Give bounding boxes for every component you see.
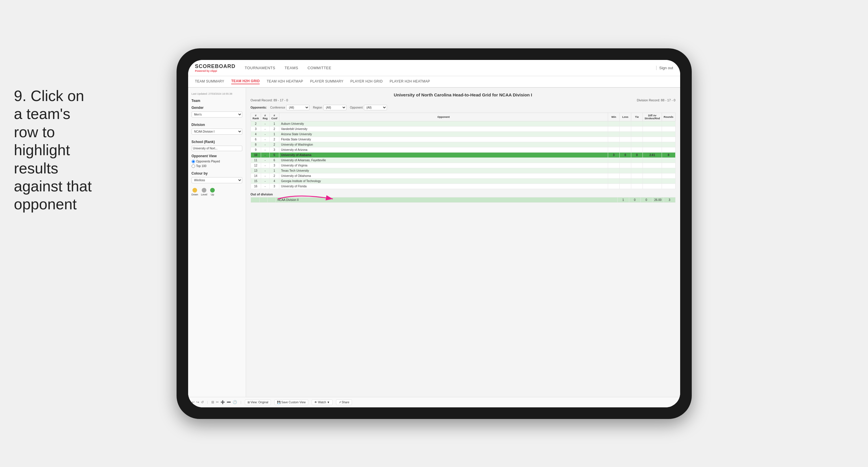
share-button[interactable]: ↗ Share	[336, 400, 352, 405]
nav-committee[interactable]: COMMITTEE	[307, 66, 332, 70]
toolbar: ↩ ↪ ↺ | ⊞ ✂ ➕ ➖ 🕐 | ⊞ View: Original 💾 S…	[188, 397, 680, 407]
crop-icon[interactable]: ✂	[216, 400, 219, 404]
col-rank: # Rank	[251, 113, 261, 121]
table-row[interactable]: 13-1Texas Tech University	[251, 168, 675, 173]
gender-label: Gender	[192, 106, 242, 110]
opponents-played-radio[interactable]: Opponents Played	[192, 160, 242, 163]
table-row[interactable]: 8-2University of Washington	[251, 142, 675, 147]
table-row[interactable]: 3-2Vanderbilt University	[251, 126, 675, 132]
table-row[interactable]: 12-3University of Virginia	[251, 163, 675, 168]
col-tie: Tie	[631, 113, 643, 121]
tab-player-h2h-grid[interactable]: PLAYER H2H GRID	[350, 79, 383, 84]
logo-area: SCOREBOARD Powered by clippi	[195, 63, 236, 72]
tab-player-summary[interactable]: PLAYER SUMMARY	[310, 79, 343, 84]
legend-down: Down	[192, 188, 198, 196]
out-division-win: 1	[617, 197, 629, 202]
opponents-filter-label: Opponents:	[251, 106, 267, 109]
team-label: Team	[192, 99, 242, 103]
gender-select[interactable]: Men's	[192, 112, 242, 118]
tab-team-summary[interactable]: TEAM SUMMARY	[195, 79, 224, 84]
table-header-row: # Rank # Reg # Conf Opponent Win Loss Ti…	[251, 113, 675, 121]
table-row[interactable]: 11-6University of Arkansas, Fayetteville	[251, 157, 675, 163]
out-of-division-label: Out of division	[251, 193, 676, 196]
watch-button[interactable]: 👁 Watch ▼	[312, 400, 332, 405]
col-win: Win	[608, 113, 619, 121]
sub-nav: TEAM SUMMARY TEAM H2H GRID TEAM H2H HEAT…	[188, 76, 680, 88]
up-dot	[210, 188, 215, 193]
clock-icon[interactable]: 🕐	[233, 400, 237, 404]
division-select[interactable]: NCAA Division I	[192, 128, 242, 135]
colour-by-label: Colour by	[192, 171, 242, 175]
tab-team-h2h-grid[interactable]: TEAM H2H GRID	[231, 79, 260, 84]
out-division-rounds: 3	[664, 197, 675, 202]
overall-record: Overall Record: 89 - 17 - 0	[251, 98, 288, 102]
table-row[interactable]: 4-1Arizona State University	[251, 132, 675, 137]
table-row[interactable]: 15-4Georgia Institute of Technology	[251, 178, 675, 183]
logo-scoreboard: SCOREBOARD	[195, 63, 236, 69]
nav-tournaments[interactable]: TOURNAMENTS	[245, 66, 276, 70]
col-diff: Diff Av Strokes/Rnd	[643, 113, 662, 121]
conference-filter-select[interactable]: (All)	[286, 105, 309, 110]
minus-icon[interactable]: ➖	[227, 400, 231, 404]
logo-powered: Powered by clippi	[195, 69, 236, 72]
table-row[interactable]: 10-5University of Alabama3002.618	[251, 152, 675, 157]
opponent-filter-select[interactable]: (All)	[364, 105, 387, 110]
legend-level: Level	[201, 188, 208, 196]
colour-by-select[interactable]: Win/loss	[192, 177, 242, 183]
nav-divider: |	[656, 65, 657, 70]
sign-out-link[interactable]: Sign out	[659, 66, 673, 70]
undo-icon[interactable]: ↩	[192, 400, 194, 404]
legend-row: Down Level Up	[192, 188, 242, 196]
last-updated: Last Updated: 27/03/2024 16:55:38	[192, 92, 242, 95]
region-filter-group: Region (All)	[313, 105, 346, 110]
col-rounds: Rounds	[662, 113, 676, 121]
opponent-view-label: Opponent View	[192, 154, 242, 158]
division-record: Division Record: 88 - 17 - 0	[637, 98, 675, 102]
opponent-view-section: Opponent View Opponents Played Top 100	[192, 154, 242, 168]
table-row[interactable]: 16-3University of Florida	[251, 183, 675, 189]
col-conf: # Conf	[270, 113, 279, 121]
out-of-division-row[interactable]: NCAA Division II 1 0 0 26.00 3	[251, 197, 675, 202]
conference-filter-group: Conference (All)	[270, 105, 310, 110]
nav-bar: SCOREBOARD Powered by clippi TOURNAMENTS…	[188, 60, 680, 76]
opponent-filter-group: Opponent (All)	[350, 105, 387, 110]
grid-icon[interactable]: ⊞	[211, 400, 214, 404]
conference-filter-label: Conference	[270, 106, 285, 109]
instruction-text: 9. Click on a team's row to highlight re…	[14, 87, 95, 213]
col-reg: # Reg	[261, 113, 270, 121]
main-content: Last Updated: 27/03/2024 16:55:38 Team G…	[188, 88, 680, 397]
level-dot	[202, 188, 206, 193]
view-original-button[interactable]: ⊞ View: Original	[245, 400, 271, 405]
save-custom-view-button[interactable]: 💾 Save Custom View	[274, 400, 308, 405]
filter-row: Opponents: Conference (All) Region (	[251, 105, 676, 110]
out-division-diff: 26.00	[652, 197, 664, 202]
table-row[interactable]: 2-1Auburn University	[251, 121, 675, 126]
sidebar: Last Updated: 27/03/2024 16:55:38 Team G…	[188, 88, 246, 397]
nav-teams[interactable]: TEAMS	[284, 66, 298, 70]
out-division-tie: 0	[641, 197, 652, 202]
region-filter-select[interactable]: (All)	[323, 105, 346, 110]
legend-up: Up	[210, 188, 215, 196]
tablet-frame: SCOREBOARD Powered by clippi TOURNAMENTS…	[177, 48, 692, 419]
redo-icon[interactable]: ↪	[196, 400, 199, 404]
school-label: School (Rank)	[192, 140, 242, 144]
table-row[interactable]: 9-3University of Arizona	[251, 147, 675, 152]
reset-icon[interactable]: ↺	[201, 400, 204, 404]
table-row[interactable]: 6-2Florida State University	[251, 137, 675, 142]
nav-links: TOURNAMENTS TEAMS COMMITTEE	[245, 66, 656, 70]
out-of-division-table: NCAA Division II 1 0 0 26.00 3	[251, 197, 676, 203]
col-loss: Loss	[619, 113, 631, 121]
tablet-inner: SCOREBOARD Powered by clippi TOURNAMENTS…	[188, 60, 680, 407]
toolbar-history-icons: ↩ ↪ ↺	[192, 400, 204, 404]
content-panel: University of North Carolina Head-to-Hea…	[246, 88, 680, 397]
top100-radio[interactable]: Top 100	[192, 165, 242, 168]
opponent-filter-label: Opponent	[350, 106, 363, 109]
toolbar-extra-icons: ⊞ ✂ ➕ ➖ 🕐	[211, 400, 237, 404]
col-opponent: Opponent	[279, 113, 608, 121]
school-value[interactable]: University of Nort...	[192, 146, 242, 151]
table-row[interactable]: 14-2University of Oklahoma	[251, 173, 675, 178]
plus-icon[interactable]: ➕	[221, 400, 225, 404]
out-division-name: NCAA Division II	[276, 197, 617, 202]
tab-team-h2h-heatmap[interactable]: TEAM H2H HEATMAP	[267, 79, 303, 84]
tab-player-h2h-heatmap[interactable]: PLAYER H2H HEATMAP	[390, 79, 430, 84]
